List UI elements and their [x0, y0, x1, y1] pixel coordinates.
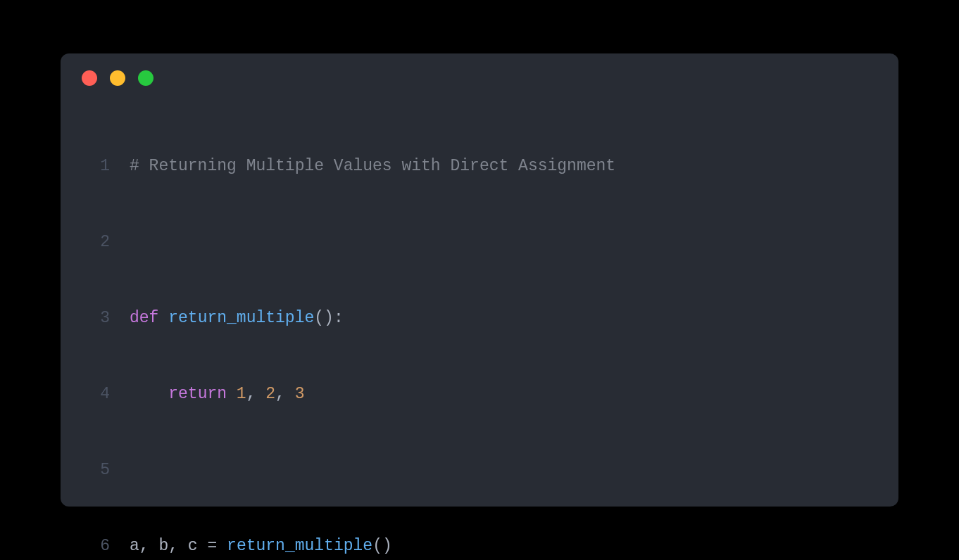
keyword-return: return	[168, 385, 227, 403]
code-line: 4 return 1, 2, 3	[75, 381, 898, 407]
code-line: 2	[75, 229, 898, 255]
window-traffic-lights	[82, 70, 153, 86]
comment: # Returning Multiple Values with Direct …	[130, 157, 615, 175]
variable: c	[188, 537, 198, 555]
code-content: return 1, 2, 3	[130, 381, 898, 407]
close-icon[interactable]	[82, 70, 97, 86]
code-content	[130, 229, 898, 255]
line-number: 5	[75, 457, 130, 483]
number-literal: 1	[237, 385, 246, 403]
code-content: a, b, c = return_multiple()	[130, 533, 898, 559]
code-content	[130, 457, 898, 483]
punct: ():	[314, 309, 343, 327]
code-window: 1 # Returning Multiple Values with Direc…	[61, 53, 898, 507]
variable: b	[158, 537, 168, 555]
code-line: 5	[75, 457, 898, 483]
line-number: 4	[75, 381, 130, 407]
call-function: return_multiple	[227, 537, 372, 555]
function-name: return_multiple	[168, 309, 314, 327]
code-line: 6 a, b, c = return_multiple()	[75, 533, 898, 559]
minimize-icon[interactable]	[110, 70, 125, 86]
variable: a	[130, 537, 139, 555]
code-line: 1 # Returning Multiple Values with Direc…	[75, 153, 898, 179]
line-number: 6	[75, 533, 130, 559]
number-literal: 3	[295, 385, 305, 403]
code-content: def return_multiple():	[130, 305, 898, 331]
number-literal: 2	[265, 385, 275, 403]
line-number: 2	[75, 229, 130, 255]
code-line: 3 def return_multiple():	[75, 305, 898, 331]
code-area: 1 # Returning Multiple Values with Direc…	[61, 103, 898, 560]
line-number: 1	[75, 153, 130, 179]
code-content: # Returning Multiple Values with Direct …	[130, 153, 898, 179]
zoom-icon[interactable]	[138, 70, 153, 86]
keyword-def: def	[130, 309, 158, 327]
line-number: 3	[75, 305, 130, 331]
